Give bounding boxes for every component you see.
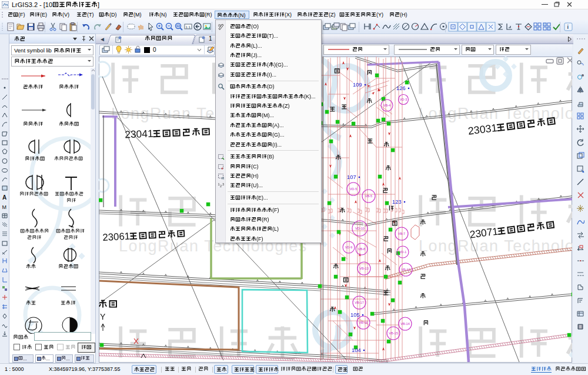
- svg-text:i: i: [567, 24, 569, 30]
- svg-text:VB-5: VB-5: [365, 194, 372, 198]
- svg-text:23061: 23061: [102, 231, 131, 243]
- svg-text:VB-17: VB-17: [355, 301, 364, 304]
- svg-text:VB-15: VB-15: [389, 331, 398, 335]
- svg-text:23031: 23031: [467, 122, 498, 137]
- svg-text:VD-10: VD-10: [355, 227, 365, 230]
- svg-text:VB-14: VB-14: [400, 322, 410, 326]
- svg-text:A: A: [2, 194, 6, 201]
- svg-text:109: 109: [353, 81, 362, 88]
- svg-text:VD-1: VD-1: [399, 250, 407, 254]
- svg-text:VB-13: VB-13: [359, 267, 369, 270]
- svg-text:1:1: 1:1: [186, 25, 191, 29]
- svg-text:VD-3: VD-3: [400, 98, 407, 101]
- svg-text:105: 105: [350, 311, 360, 318]
- svg-text:123: 123: [392, 198, 402, 205]
- svg-text:126: 126: [396, 85, 406, 91]
- svg-text:LongRuan Technologies: LongRuan Technologies: [419, 237, 572, 255]
- svg-text:107: 107: [347, 174, 356, 180]
- svg-text:23041: 23041: [125, 128, 153, 141]
- svg-text:VB-4: VB-4: [383, 104, 390, 107]
- svg-text:VD-9: VD-9: [345, 245, 353, 249]
- svg-text:2: 2: [220, 184, 222, 188]
- svg-text:VB-7: VB-7: [398, 232, 405, 235]
- svg-text:VD-5: VD-5: [350, 187, 358, 191]
- svg-text:Y: Y: [100, 312, 106, 321]
- svg-text:104: 104: [352, 347, 361, 353]
- svg-text:VB-12: VB-12: [401, 268, 410, 271]
- svg-text:R: R: [222, 176, 225, 180]
- svg-text:M: M: [2, 204, 7, 210]
- svg-text:VB-16: VB-16: [359, 321, 368, 324]
- svg-text:VB-8: VB-8: [358, 247, 365, 251]
- svg-text:3: 3: [222, 182, 224, 186]
